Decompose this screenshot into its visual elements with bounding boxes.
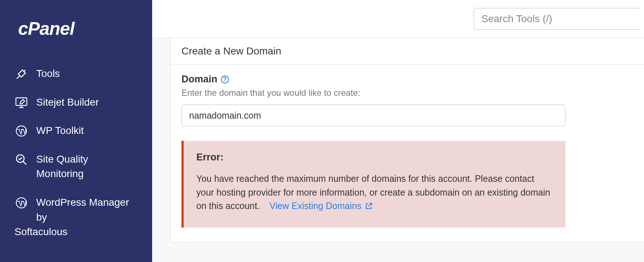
monitor-edit-icon <box>14 96 28 110</box>
brand-logo: cPanel <box>18 18 138 39</box>
sidebar-item-label: Tools <box>36 66 60 81</box>
help-icon[interactable]: ? <box>221 75 229 83</box>
domain-input[interactable] <box>181 105 565 126</box>
external-link-icon <box>364 202 373 210</box>
sidebar-item-label: WP Toolkit <box>36 123 84 138</box>
alert-link-text: View Existing Domains <box>269 199 361 213</box>
view-domains-link[interactable]: View Existing Domains <box>269 199 373 213</box>
domain-label-row: Domain ? <box>181 74 633 85</box>
wordpress-icon <box>14 196 28 210</box>
sidebar-item-label: WordPress Manager by Softaculous WordPre… <box>36 195 138 240</box>
sidebar-item-sitejet[interactable]: Sitejet Builder <box>14 95 138 110</box>
alert-title: Error: <box>196 152 553 163</box>
main-area: Create a New Domain Domain ? Enter the d… <box>152 0 644 262</box>
svg-point-3 <box>16 198 26 208</box>
create-domain-panel: Create a New Domain Domain ? Enter the d… <box>170 38 644 242</box>
sidebar-item-tools[interactable]: Tools <box>14 66 138 81</box>
magnify-check-icon <box>14 153 28 167</box>
domain-label: Domain <box>181 74 217 85</box>
tools-icon <box>14 67 28 81</box>
error-alert: Error: You have reached the maximum numb… <box>181 141 565 228</box>
domain-hint: Enter the domain that you would like to … <box>181 88 633 98</box>
sidebar-item-sitequality[interactable]: Site Quality Monitoring <box>14 152 138 181</box>
sidebar: cPanel Tools Sitejet Builder WP Toolkit <box>0 0 152 262</box>
alert-message: You have reached the maximum number of d… <box>196 173 550 211</box>
alert-body: You have reached the maximum number of d… <box>196 172 553 213</box>
sidebar-item-label: Sitejet Builder <box>36 95 99 110</box>
search-input[interactable] <box>474 8 640 30</box>
panel-body: Domain ? Enter the domain that you would… <box>171 64 644 242</box>
sidebar-item-label: Site Quality Monitoring <box>36 152 138 181</box>
sidebar-item-wptoolkit[interactable]: WP Toolkit <box>14 123 138 138</box>
panel-title: Create a New Domain <box>171 38 644 64</box>
wordpress-icon <box>14 124 28 138</box>
svg-point-1 <box>16 126 26 136</box>
content: Create a New Domain Domain ? Enter the d… <box>152 38 644 262</box>
sidebar-item-wpmanager[interactable]: WordPress Manager by Softaculous WordPre… <box>14 195 138 240</box>
topbar <box>152 0 644 38</box>
